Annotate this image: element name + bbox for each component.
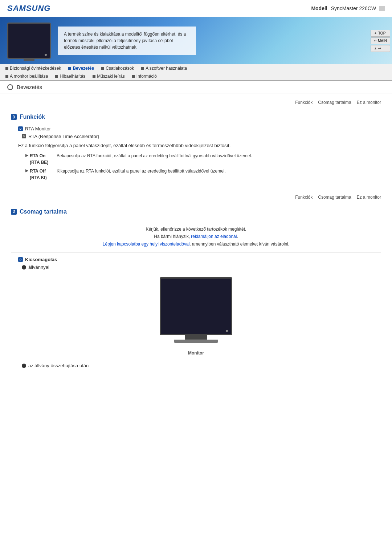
kicsomagolas-icon: D [18, 257, 23, 262]
breadcrumb-circle-icon [7, 84, 13, 90]
nav-square-icon [5, 75, 8, 78]
nav-item-csatlakozasok[interactable]: Csatlakozások [101, 66, 134, 71]
nav-label: Hibaelhárítás [60, 74, 85, 79]
nav-item-monitor-beallitas[interactable]: A monitor beállítása [5, 74, 48, 79]
model-value: SyncMaster 226CW [331, 5, 376, 11]
model-color-swatch [379, 6, 385, 11]
rta-item-title: RTA (Response Time Accelerator) [28, 134, 99, 139]
rta-list-item-off: ▶ RTA Off(RTA KI) Kikapcsolja az RTA fun… [25, 168, 381, 181]
nav-row-1: Biztonsági óvintézkedések Bevezetés Csat… [0, 64, 392, 72]
nav-label: Műszaki leírás [97, 74, 125, 79]
csomag-heading: D Csomag tartalma [11, 208, 381, 216]
tab-funkciok[interactable]: Funkciók [295, 100, 313, 105]
allvannyal-item: állvánnyal [22, 264, 381, 270]
side-navigation: ▲ TOP ↩ MAIN ▲ ↩ [371, 17, 392, 64]
nav-label: Csatlakozások [106, 66, 134, 71]
kicsomagolas-item: D Kicsomagolás [18, 257, 381, 262]
top-arrow-icon: ▲ [374, 31, 377, 35]
nav-item-muszaki[interactable]: Műszaki leírás [93, 74, 125, 79]
nav-row-2: A monitor beállítása Hibaelhárítás Műsza… [0, 72, 392, 80]
funkciok-heading-icon: D [11, 114, 17, 120]
rta-off-desc: Kikapcsolja az RTA funkciót, ezáltal a p… [57, 168, 381, 181]
rta-description: Ez a funkció felgyorsítja a panel válasz… [18, 142, 381, 150]
funkciok-heading-text: Funkciók [20, 114, 45, 120]
tab-funkciok-bottom[interactable]: Funkciók [295, 195, 313, 200]
hero-text-box: A termék színe és kialakítása a modelltő… [58, 27, 196, 55]
csomag-section: D Csomag tartalma Kérjük, ellenőrizze a … [11, 208, 381, 368]
reklamaljon-link[interactable]: reklamáljon az eladónál [191, 234, 237, 239]
page-tabs-middle: Funkciók Csomag tartalma Ez a monitor [11, 192, 381, 203]
rta-on-desc: Bekapcsolja az RTA funkciót, ezáltal a p… [57, 153, 381, 166]
allvany-osszehajtasa-item: az állvány összehajtása után [22, 363, 381, 368]
nav-square-icon [93, 75, 95, 78]
nav-label: A monitor beállítása [10, 74, 48, 79]
main-button[interactable]: ↩ MAIN [371, 37, 390, 44]
main-label: MAIN [378, 39, 387, 43]
funkciok-heading: D Funkciók [11, 114, 381, 122]
samsung-logo: SAMSUNG [7, 4, 50, 13]
nav-item-szoftver[interactable]: A szoftver használata [141, 66, 187, 71]
rta-monitor-icon: D [18, 126, 23, 131]
hero-description: A termék színe és kialakítása a modelltő… [64, 32, 186, 50]
monitor-image-container: Monitor [11, 277, 381, 356]
allvannyal-bullet-icon [22, 265, 26, 270]
page-header: SAMSUNG Modell SyncMaster 226CW [0, 0, 392, 17]
tab-csomag[interactable]: Csomag tartalma [318, 100, 351, 105]
tab-ez-monitor[interactable]: Ez a monitor [357, 100, 381, 105]
allvannyal-label: állvánnyal [28, 264, 49, 270]
monitor-visual [160, 277, 232, 343]
tab-ez-monitor-bottom[interactable]: Ez a monitor [357, 195, 381, 200]
nav-label: Információ [136, 74, 157, 79]
csomag-info-box: Kérjük, ellenőrizze a következő tartozék… [11, 221, 381, 252]
rta-on-term: ▶ RTA On(RTA BE) [25, 153, 54, 166]
nav-label: A szoftver használata [146, 66, 187, 71]
rta-list-item-on: ▶ RTA On(RTA BE) Bekapcsolja az RTA funk… [25, 153, 381, 166]
nav-square-icon [101, 67, 104, 70]
rta-detail-list: ▶ RTA On(RTA BE) Bekapcsolja az RTA funk… [25, 153, 381, 181]
nav-item-informacio[interactable]: Információ [132, 74, 157, 79]
funkciok-section: D Funkciók D RTA Monitor D RTA (Response… [11, 114, 381, 181]
hero-banner: A termék színe és kialakítása a modelltő… [0, 17, 392, 64]
nav-item-biztonsagi[interactable]: Biztonsági óvintézkedések [5, 66, 61, 71]
breadcrumb-title: Bevezetés [17, 84, 42, 90]
kicsomagolas-label: Kicsomagolás [25, 257, 57, 262]
info-line2: Ha bármi hiányzik, reklamáljon az eladón… [19, 233, 373, 240]
top-label: TOP [378, 31, 385, 35]
rta-item: D RTA (Response Time Accelerator) [22, 134, 381, 139]
breadcrumb: Bevezetés [0, 81, 392, 93]
monitor-power-indicator [226, 330, 228, 332]
info-line3: Lépjen kapcsolatba egy helyi viszontelad… [19, 240, 373, 248]
rta-off-term: ▶ RTA Off(RTA KI) [25, 168, 54, 181]
rta-bullet-icon: D [22, 134, 26, 138]
rta-arrow2-icon: ▶ [25, 168, 28, 173]
nav-square-active-icon [68, 67, 71, 70]
csomag-heading-text: Csomag tartalma [20, 208, 67, 215]
main-arrow-icon: ↩ [374, 39, 377, 42]
hero-monitor-image [7, 23, 51, 59]
back-arrow-icon: ▲ [374, 46, 377, 50]
rta-off-label: RTA Off(RTA KI) [30, 168, 47, 181]
tab-csomag-bottom[interactable]: Csomag tartalma [318, 195, 351, 200]
nav-label: Biztonsági óvintézkedések [10, 66, 61, 71]
nav-label-active: Bevezetés [73, 66, 94, 71]
monitor-power-dot [45, 54, 47, 56]
monitor-caption: Monitor [188, 351, 204, 356]
nav-item-bevezetes[interactable]: Bevezetés [68, 66, 94, 71]
viszontelado-link[interactable]: Lépjen kapcsolatba egy helyi viszontelad… [103, 242, 190, 247]
info-line1: Kérjük, ellenőrizze a következő tartozék… [19, 226, 373, 233]
back-icon: ↩ [378, 46, 381, 50]
monitor-base-img [174, 340, 218, 343]
rta-arrow-icon: ▶ [25, 153, 28, 158]
csomag-heading-icon: D [11, 209, 17, 215]
nav-item-hibael[interactable]: Hibaelhárítás [55, 74, 85, 79]
nav-square-icon [5, 67, 8, 70]
back-button[interactable]: ▲ ↩ [371, 45, 390, 52]
rta-monitor-label: RTA Monitor [25, 126, 51, 131]
nav-bar: Biztonsági óvintézkedések Bevezetés Csat… [0, 64, 392, 81]
top-button[interactable]: ▲ TOP [371, 30, 390, 37]
model-label: Modell SyncMaster 226CW [311, 5, 385, 11]
monitor-display-image [160, 277, 232, 335]
model-label-text: Modell [311, 5, 327, 11]
nav-square-icon [132, 75, 135, 78]
allvany-bullet-icon [22, 364, 26, 368]
